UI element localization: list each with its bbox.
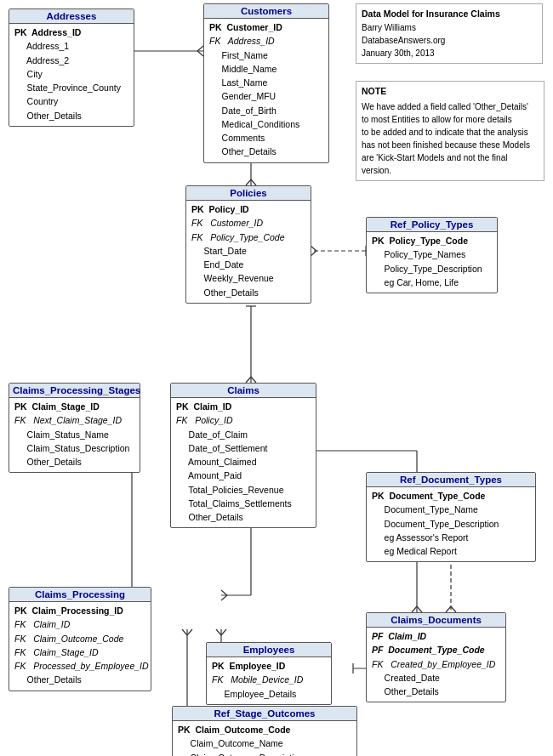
entity-customers-body: PK Customer_ID FK Address_ID First_Name … [204,19,328,162]
svg-line-48 [451,606,456,612]
field-policy-type-names: Policy_Type_Names [372,247,492,261]
entity-customers: Customers PK Customer_ID FK Address_ID F… [203,3,329,163]
svg-line-34 [417,606,422,612]
entity-claims: Claims PK Claim_ID FK Policy_ID Date_of_… [170,383,316,528]
entity-ref-stage-outcomes: Ref_Stage_Outcomes PK Claim_Outcome_Code… [172,706,357,756]
field-middle-name: Middle_Name [209,62,323,76]
info-date: January 30th, 2013 [362,47,537,60]
entity-cd-body: PF Claim_ID PF Document_Type_Code FK Cre… [367,628,505,702]
entity-policies: Policies PK Policy_ID FK Customer_ID FK … [185,185,311,304]
field-cd-other: Other_Details [372,685,500,698]
field-country: Country [14,94,128,108]
entity-claims-processing: Claims_Processing PK Claim_Processing_ID… [9,587,151,691]
field-comments: Comments [209,131,323,145]
field-cp-outcome-code: FK Claim_Outcome_Code [14,632,145,645]
field-date-settlement: Date_of_Settlement [176,441,311,455]
field-amount-paid: Amount_Paid [176,469,311,482]
field-pol-other: Other_Details [191,286,305,299]
entity-emp-body: PK Employee_ID FK Mobile_Device_ID Emplo… [207,657,331,704]
entity-customers-title: Customers [204,4,328,19]
svg-line-39 [221,629,226,635]
field-cust-other: Other_Details [209,145,323,158]
note-text: We have added a field called 'Other_Deta… [362,100,539,177]
field-doc-type-desc: Document_Type_Description [372,517,530,531]
entity-policies-body: PK Policy_ID FK Customer_ID FK Policy_Ty… [186,201,311,303]
field-claim-id: PK Claim_ID [176,400,311,413]
svg-line-5 [246,179,251,185]
note-box: NOTE We have added a field called 'Other… [356,81,544,181]
svg-line-14 [251,377,256,383]
info-org: DatabaseAnswers.org [362,34,537,47]
entity-rso-title: Ref_Stage_Outcomes [173,707,356,721]
field-outcome-code: PK Claim_Outcome_Code [178,723,351,736]
field-pol-customer-id: FK Customer_ID [191,216,305,230]
entity-claims-title: Claims [171,384,316,398]
field-policy-eg: eg Car, Home, Life [372,276,492,289]
entity-claims-documents: Claims_Documents PF Claim_ID PF Document… [366,612,506,702]
info-title: Data Model for Insurance Claims [362,8,537,21]
info-subtitle: Barry Williams [362,21,537,34]
entity-employees: Employees PK Employee_ID FK Mobile_Devic… [206,642,332,705]
svg-line-10 [311,251,316,256]
entity-cd-title: Claims_Documents [367,613,505,628]
info-box: Data Model for Insurance Claims Barry Wi… [356,3,543,64]
field-start-date: Start_Date [191,244,305,258]
field-address-id: PK Address_ID [14,26,128,39]
field-cp-claim-id: FK Claim_ID [14,617,145,631]
note-title: NOTE [362,85,539,99]
entity-addresses-title: Addresses [9,9,134,24]
svg-line-52 [182,629,187,635]
field-status-name: Claim_Status_Name [14,428,134,441]
field-date-claim: Date_of_Claim [176,428,311,441]
entity-cp-body: PK Claim_Processing_ID FK Claim_ID FK Cl… [9,602,151,691]
field-next-claim-stage: FK Next_Claim_Stage_ID [14,413,134,427]
field-end-date: End_Date [191,258,305,271]
field-doc-type-code: PK Document_Type_Code [372,489,530,503]
field-gender: Gender_MFU [209,89,323,103]
field-weekly-rev: Weekly_Revenue [191,271,305,285]
field-outcome-name: Claim_Outcome_Name [178,736,351,750]
field-claim-stage-id: PK Claim_Stage_ID [14,400,134,413]
field-cd-doc-type-code: PF Document_Type_Code [372,643,500,657]
field-clm-policy-id: FK Policy_ID [176,413,311,427]
entity-cps-title: Claims_Processing_Stages [9,384,140,398]
entity-cps-body: PK Claim_Stage_ID FK Next_Claim_Stage_ID… [9,398,140,472]
entity-cp-title: Claims_Processing [9,588,151,602]
field-outcome-desc: Claim_Outcome_Description [178,751,351,756]
field-cd-claim-id: PF Claim_ID [372,629,500,643]
entity-ref-doc-types: Ref_Document_Types PK Document_Type_Code… [366,472,536,562]
svg-line-53 [187,629,192,635]
entity-rdt-title: Ref_Document_Types [367,473,535,487]
svg-line-33 [412,606,417,612]
field-cp-stage-id: FK Claim_Stage_ID [14,645,145,659]
field-policy-id: PK Policy_ID [191,202,305,216]
field-eg-medical: eg Medical Report [372,544,530,558]
field-created-date: Created_Date [372,671,500,685]
field-cd-created-by: FK Created_by_Employee_ID [372,657,500,671]
svg-line-28 [221,590,227,595]
field-total-pol-rev: Total_Policies_Revenue [176,483,311,497]
field-policy-type-code: PK Policy_Type_Code [372,234,492,247]
svg-line-13 [246,377,251,383]
svg-line-6 [251,179,256,185]
field-doc-type-name: Document_Type_Name [372,503,530,516]
entity-addresses: Addresses PK Address_ID Address_1 Addres… [9,9,134,127]
entity-addresses-body: PK Address_ID Address_1 Address_2 City S… [9,24,134,126]
entity-rdt-body: PK Document_Type_Code Document_Type_Name… [367,487,535,561]
field-address-2: Address_2 [14,54,128,67]
field-dob: Date_of_Birth [209,104,323,117]
svg-line-9 [311,246,316,251]
field-cp-other: Other_Details [14,673,145,686]
field-mobile-id: FK Mobile_Device_ID [212,673,326,686]
svg-line-47 [446,606,451,612]
entity-emp-title: Employees [207,643,331,657]
field-last-name: Last_Name [209,76,323,89]
diagram-container: Data Model for Insurance Claims Barry Wi… [0,0,553,756]
field-cust-address-id: FK Address_ID [209,34,323,48]
field-emp-details: Employee_Details [212,687,326,701]
field-eg-assessor: eg Assessor's Report [372,531,530,544]
field-address-1: Address_1 [14,39,128,53]
field-emp-id: PK Employee_ID [212,659,326,673]
field-cp-employee-id: FK Processed_by_Employee_ID [14,659,145,673]
field-clm-other: Other_Details [176,510,311,524]
